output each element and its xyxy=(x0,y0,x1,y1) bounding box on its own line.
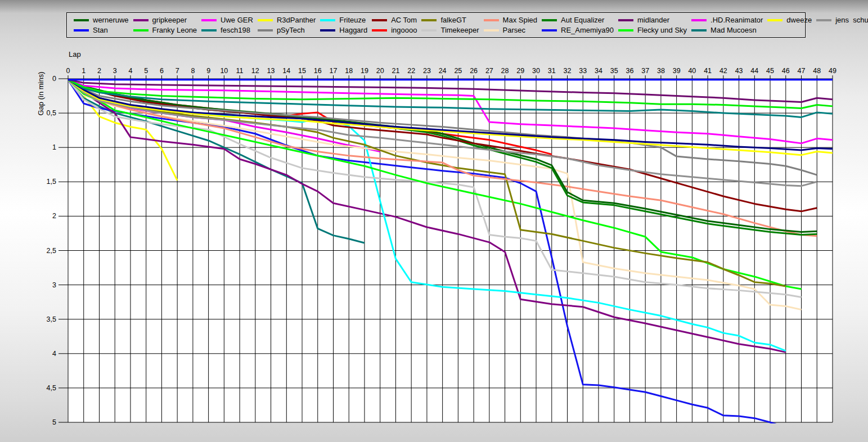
x-tick-label: 9 xyxy=(206,67,210,75)
x-tick-label: 33 xyxy=(579,67,587,75)
x-tick-label: 37 xyxy=(641,67,649,75)
x-tick-label: 39 xyxy=(673,67,681,75)
x-tick-label: 8 xyxy=(191,67,195,75)
y-tick-label: 4,5 xyxy=(47,384,56,392)
x-tick-label: 40 xyxy=(688,67,696,75)
x-tick-label: 25 xyxy=(454,67,462,75)
x-tick-label: 45 xyxy=(766,67,774,75)
y-tick-label: 0 xyxy=(52,75,56,83)
x-tick-label: 13 xyxy=(267,67,275,75)
x-tick-label: 24 xyxy=(439,67,447,75)
x-tick-label: 23 xyxy=(423,67,431,75)
x-tick-label: 17 xyxy=(330,67,338,75)
x-tick-label: 21 xyxy=(392,67,399,75)
y-tick-label: 3,5 xyxy=(47,315,56,323)
x-tick-label: 15 xyxy=(298,67,306,75)
x-tick-label: 4 xyxy=(128,67,132,75)
y-tick-label: 2,5 xyxy=(47,247,56,255)
x-tick-label: 10 xyxy=(220,67,228,75)
x-tick-label: 29 xyxy=(516,67,524,75)
x-tick-label: 14 xyxy=(282,67,290,75)
x-tick-label: 26 xyxy=(470,67,478,75)
x-tick-label: 1 xyxy=(82,67,86,75)
x-tick-label: 32 xyxy=(564,67,572,75)
x-tick-label: 12 xyxy=(251,67,259,75)
x-tick-label: 2 xyxy=(97,67,101,75)
x-tick-label: 5 xyxy=(144,67,148,75)
x-tick-label: 18 xyxy=(345,67,353,75)
x-tick-label: 46 xyxy=(782,67,790,75)
x-tick-label: 31 xyxy=(548,67,556,75)
x-tick-label: 20 xyxy=(376,67,384,75)
x-tick-label: 43 xyxy=(735,67,743,75)
x-tick-label: 19 xyxy=(361,67,368,75)
x-tick-label: 3 xyxy=(113,67,117,75)
x-tick-label: 16 xyxy=(314,67,322,75)
x-tick-label: 27 xyxy=(485,67,493,75)
x-tick-label: 6 xyxy=(160,67,164,75)
app-background: werneruwegripkeeperUwe GERR3dPantherFrit… xyxy=(0,0,868,442)
x-tick-label: 42 xyxy=(719,67,727,75)
x-tick-label: 48 xyxy=(813,67,821,75)
y-tick-label: 5 xyxy=(52,418,56,426)
y-tick-label: 4 xyxy=(52,350,56,358)
x-tick-label: 44 xyxy=(750,67,758,75)
x-tick-label: 11 xyxy=(236,67,244,75)
y-tick-label: 1,5 xyxy=(47,178,56,186)
x-tick-label: 35 xyxy=(610,67,618,75)
y-tick-label: 0,5 xyxy=(47,109,56,117)
x-tick-label: 0 xyxy=(66,67,70,75)
x-tick-label: 22 xyxy=(407,67,415,75)
x-tick-label: 47 xyxy=(798,67,806,75)
x-tick-label: 30 xyxy=(532,67,540,75)
x-tick-label: 41 xyxy=(704,67,712,75)
x-tick-label: 34 xyxy=(595,67,602,75)
x-tick-label: 49 xyxy=(829,67,836,75)
x-tick-label: 38 xyxy=(657,67,665,75)
y-tick-label: 2 xyxy=(52,212,56,220)
x-tick-label: 36 xyxy=(626,67,633,75)
x-tick-label: 28 xyxy=(501,67,509,75)
y-tick-label: 1 xyxy=(52,143,56,151)
x-tick-label: 7 xyxy=(176,67,179,75)
y-tick-label: 3 xyxy=(52,281,56,289)
race-gap-chart: 0123456789101112131415161718192021222324… xyxy=(0,0,868,442)
